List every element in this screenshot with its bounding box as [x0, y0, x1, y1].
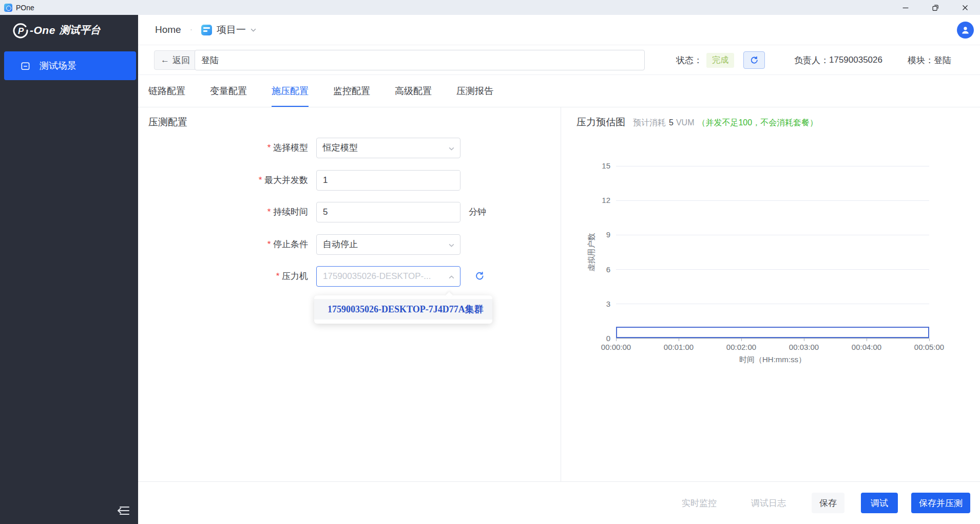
chevron-down-icon	[448, 242, 455, 249]
chart-gridline	[616, 166, 929, 166]
brand-logo: P -One 测试平台	[0, 15, 138, 45]
minimize-button[interactable]	[891, 0, 920, 15]
consume-note: （并发不足100，不会消耗套餐）	[697, 118, 818, 128]
sidebar-item-test-scene[interactable]: 测试场景	[4, 51, 136, 80]
save-button[interactable]: 保存	[812, 493, 844, 513]
chart-x-axis-title: 时间（HH:mm:ss）	[616, 355, 929, 365]
pressure-estimate-chart: 虚拟用户数 时间（HH:mm:ss） 0369121500:00:0000:01…	[585, 148, 944, 369]
chart-series-rect	[616, 327, 929, 338]
chart-y-tick-label: 15	[585, 161, 610, 171]
app-icon	[4, 4, 12, 12]
project-name: 项目一	[217, 23, 246, 36]
project-selector[interactable]: 项目一	[201, 23, 257, 36]
chart-x-tick-mark	[867, 339, 867, 341]
model-select[interactable]: 恒定模型	[316, 138, 460, 158]
breadcrumb-home[interactable]: Home	[155, 24, 181, 35]
model-select-value: 恒定模型	[323, 143, 358, 153]
tab-advanced-config[interactable]: 高级配置	[395, 75, 432, 107]
field-duration-label: 持续时间	[138, 202, 308, 222]
chart-plot-area	[616, 166, 929, 339]
duration-input[interactable]	[323, 203, 460, 221]
toolbar-right: 状态： 完成 负责人： 17590035026 模块： 登陆	[676, 45, 951, 75]
chart-panel-title: 压力预估图	[577, 116, 625, 129]
refresh-icon	[750, 56, 758, 65]
chart-gridline	[616, 235, 929, 235]
tab-variable-config[interactable]: 变量配置	[210, 75, 247, 107]
tab-pressure-config[interactable]: 施压配置	[272, 75, 309, 107]
chevron-down-icon	[448, 145, 455, 152]
chart-y-tick-label: 9	[585, 230, 610, 240]
tab-monitor-config[interactable]: 监控配置	[333, 75, 370, 107]
chevron-down-icon	[250, 27, 257, 33]
chart-x-tick-label: 00:00:00	[601, 343, 631, 351]
chart-x-tick-mark	[741, 339, 742, 341]
debug-button[interactable]: 调试	[861, 493, 898, 513]
main-area: Home · 项目一 ← 返回 状态： 完成	[138, 15, 980, 524]
sidebar: P -One 测试平台 测试场景	[0, 15, 138, 524]
scene-name-input[interactable]	[195, 50, 645, 70]
scene-toolbar: ← 返回 状态： 完成 负责人： 17590035026 模块： 登陆	[138, 45, 980, 75]
max-concurrency-input[interactable]	[323, 171, 460, 190]
status-label: 状态：	[676, 54, 702, 66]
svg-text:P: P	[18, 26, 24, 36]
avatar[interactable]	[957, 22, 974, 39]
top-navigation: Home · 项目一	[138, 15, 980, 45]
chart-x-tick-label: 00:05:00	[914, 343, 944, 351]
consume-label: 预计消耗	[633, 118, 666, 128]
project-icon	[201, 25, 212, 35]
machine-dropdown-item[interactable]: 17590035026-DESKTOP-7J4D77A集群	[314, 299, 492, 320]
save-and-test-button[interactable]: 保存并压测	[911, 493, 970, 513]
stop-condition-select[interactable]: 自动停止	[316, 234, 460, 255]
back-label: 返回	[172, 54, 190, 66]
config-tabs: 链路配置 变量配置 施压配置 监控配置 高级配置 压测报告	[138, 75, 980, 107]
brand-suffix: 测试平台	[60, 23, 101, 37]
chart-x-tick-label: 00:04:00	[852, 343, 881, 351]
refresh-status-button[interactable]	[743, 51, 765, 69]
field-duration: 持续时间 分钟	[138, 202, 533, 222]
form-panel-title: 压测配置	[148, 116, 187, 129]
tab-test-report[interactable]: 压测报告	[456, 75, 493, 107]
collapse-sidebar-icon	[116, 505, 130, 516]
machine-select[interactable]: 17590035026-DESKTOP-...	[316, 266, 460, 287]
window-controls	[891, 0, 980, 15]
field-stop-condition: 停止条件 自动停止	[138, 234, 533, 255]
duration-unit: 分钟	[469, 202, 486, 222]
tab-link-config[interactable]: 链路配置	[148, 75, 185, 107]
refresh-machines-button[interactable]	[474, 271, 485, 282]
field-model: 选择模型 恒定模型	[138, 138, 533, 158]
chart-y-tick-label: 12	[585, 195, 610, 205]
consume-unit: VUM	[676, 118, 695, 127]
chart-y-tick-label: 6	[585, 265, 610, 275]
realtime-monitor-link[interactable]: 实时监控	[682, 497, 717, 509]
chart-gridline	[616, 269, 929, 270]
close-button[interactable]	[950, 0, 980, 15]
chart-x-tick-mark	[804, 339, 804, 341]
window-titlebar: POne	[0, 0, 980, 15]
back-button[interactable]: ← 返回	[154, 50, 197, 70]
chart-y-tick-label: 0	[585, 333, 610, 344]
brand-mark-icon: P	[12, 22, 29, 39]
refresh-icon	[474, 271, 484, 281]
scene-box-icon	[20, 61, 31, 71]
chart-x-tick-mark	[929, 339, 930, 341]
content: 压测配置 选择模型 恒定模型 最大并发数 持续时间	[138, 107, 980, 481]
consume-value: 5	[669, 118, 674, 127]
chart-gridline	[616, 200, 929, 201]
panel-divider	[561, 107, 561, 481]
sidebar-collapse-button[interactable]	[114, 503, 131, 518]
duration-wrap	[316, 202, 460, 222]
action-footer: 实时监控 调试日志 保存 调试 保存并压测	[138, 481, 980, 524]
field-machine: 压力机 17590035026-DESKTOP-...	[138, 266, 533, 287]
module-label: 模块：	[908, 54, 934, 66]
breadcrumb-separator: ·	[190, 25, 193, 34]
chart-x-tick-mark	[679, 339, 679, 341]
field-max-concurrency-label: 最大并发数	[138, 170, 308, 191]
chart-x-tick-mark	[616, 339, 617, 341]
field-stop-condition-label: 停止条件	[138, 234, 308, 255]
chart-y-tick-label: 3	[585, 299, 610, 309]
owner-label: 负责人：	[794, 54, 829, 66]
window-title: POne	[16, 4, 34, 12]
restore-button[interactable]	[920, 0, 950, 15]
debug-log-link[interactable]: 调试日志	[751, 497, 786, 509]
chart-panel-header: 压力预估图 预计消耗 5 VUM （并发不足100，不会消耗套餐）	[577, 116, 818, 129]
